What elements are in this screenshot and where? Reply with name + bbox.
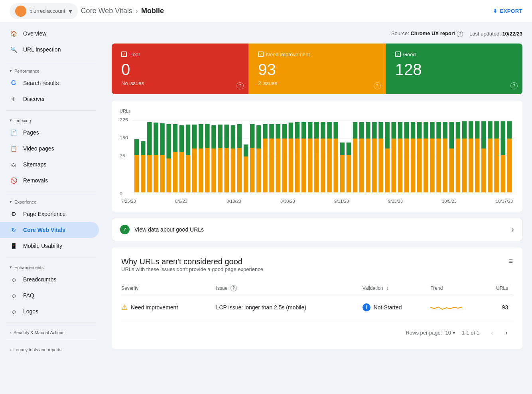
pages-icon: 📄 xyxy=(10,129,18,137)
card-help-icon[interactable]: ? xyxy=(236,82,244,89)
svg-rect-73 xyxy=(340,143,345,155)
svg-rect-125 xyxy=(507,121,512,139)
sidebar-item-sitemaps[interactable]: 🗂 Sitemaps xyxy=(0,156,99,172)
validation-label: Not Started xyxy=(374,304,402,311)
view-data-button[interactable]: ✓ View data about good URLs › xyxy=(112,218,522,241)
svg-rect-100 xyxy=(430,139,435,192)
sidebar-section-indexing[interactable]: ▾ Indexing xyxy=(0,114,102,125)
svg-rect-42 xyxy=(244,156,248,192)
urls-value: 93 xyxy=(502,304,508,311)
poor-sub: No issues xyxy=(121,80,239,86)
svg-rect-26 xyxy=(192,148,197,192)
table-row[interactable]: ⚠ Need improvement LCP issue: longer tha… xyxy=(121,295,513,320)
pagination: Rows per page: 10 ▾ 1-1 of 1 ‹ › xyxy=(121,327,513,339)
home-icon: 🏠 xyxy=(10,30,18,38)
sidebar-section-security[interactable]: › Security & Manual Actions xyxy=(0,326,102,337)
sidebar-item-pages[interactable]: 📄 Pages xyxy=(0,125,99,141)
help-icon[interactable]: ? xyxy=(231,285,237,291)
faq-icon: ◇ xyxy=(10,291,18,299)
divider xyxy=(6,61,96,61)
sidebar-section-enhancements[interactable]: ▾ Enhancements xyxy=(0,261,102,271)
issue-label: LCP issue: longer than 2.5s (mobile) xyxy=(216,304,306,311)
svg-rect-40 xyxy=(237,148,242,192)
breadcrumb-current: Mobile xyxy=(141,7,164,15)
account-selector[interactable]: blurred account ▾ xyxy=(10,3,78,19)
warning-icon: ⚠ xyxy=(121,303,128,312)
sidebar-item-url-inspection[interactable]: 🔍 URL inspection xyxy=(0,42,99,57)
svg-rect-97 xyxy=(417,122,422,139)
removals-icon: 🚫 xyxy=(10,176,18,184)
svg-rect-20 xyxy=(173,152,178,192)
sort-down-icon[interactable]: ↓ xyxy=(386,285,388,291)
page-experience-icon: ⚙ xyxy=(10,210,18,218)
pagination-nav: ‹ › xyxy=(486,327,513,339)
rows-select[interactable]: 10 ▾ xyxy=(445,330,455,336)
sidebar-item-page-experience[interactable]: ⚙ Page Experience xyxy=(0,206,99,222)
sidebar-item-core-web-vitals[interactable]: ↻ Core Web Vitals xyxy=(0,222,99,238)
svg-rect-12 xyxy=(147,155,152,192)
chart-wrap: 225 150 75 0 xyxy=(120,117,514,196)
issues-title: Why URLs aren't considered good xyxy=(121,257,263,266)
xlabel: 8/18/23 xyxy=(227,199,241,204)
svg-rect-86 xyxy=(385,148,390,192)
svg-rect-66 xyxy=(321,139,325,192)
svg-rect-19 xyxy=(166,124,171,158)
cell-issue: LCP issue: longer than 2.5s (mobile) xyxy=(216,295,363,320)
sidebar-item-label: Pages xyxy=(23,129,39,136)
sidebar-item-label: Removals xyxy=(23,177,48,184)
core-web-vitals-icon: ↻ xyxy=(10,226,18,234)
svg-rect-104 xyxy=(443,139,447,192)
sidebar-item-removals[interactable]: 🚫 Removals xyxy=(0,172,99,188)
svg-rect-30 xyxy=(205,148,210,192)
sidebar-item-search-results[interactable]: G Search results xyxy=(0,75,99,91)
sidebar-item-mobile-usability[interactable]: 📱 Mobile Usability xyxy=(0,238,99,254)
svg-rect-89 xyxy=(391,122,396,139)
svg-rect-35 xyxy=(218,125,223,148)
svg-rect-74 xyxy=(347,155,351,192)
svg-rect-24 xyxy=(186,155,191,192)
checkbox-icon: ✓ xyxy=(121,51,127,57)
sidebar-item-discover[interactable]: ✳ Discover xyxy=(0,91,99,107)
sidebar-item-overview[interactable]: 🏠 Overview xyxy=(0,26,99,42)
next-page-button[interactable]: › xyxy=(500,327,513,339)
collapse-arrow-icon: ▾ xyxy=(10,68,12,73)
svg-rect-61 xyxy=(301,122,306,139)
svg-rect-94 xyxy=(411,139,416,192)
svg-rect-113 xyxy=(469,121,473,139)
svg-rect-124 xyxy=(507,139,512,192)
svg-rect-31 xyxy=(205,124,210,148)
validation-badge: ! Not Started xyxy=(363,303,426,311)
status-card-good[interactable]: ✓ Good 128 ? xyxy=(386,44,522,94)
sidebar-item-logos[interactable]: ◇ Logos xyxy=(0,303,99,319)
svg-rect-50 xyxy=(269,139,274,192)
sidebar-section-performance[interactable]: ▾ Performance xyxy=(0,64,102,75)
sidebar-section-legacy[interactable]: › Legacy tools and reports xyxy=(0,343,102,354)
expand-arrow-icon: › xyxy=(10,347,11,352)
breadcrumb-parent[interactable]: Core Web Vitals xyxy=(81,7,132,15)
export-button[interactable]: ⬇ EXPORT xyxy=(493,8,522,14)
status-card-need[interactable]: ✓ Need improvement 93 2 issues ? xyxy=(248,44,385,94)
sidebar-item-faq[interactable]: ◇ FAQ xyxy=(0,287,99,303)
collapse-arrow-icon: ▾ xyxy=(10,199,12,204)
filter-icon[interactable]: ≡ xyxy=(508,257,513,265)
divider xyxy=(6,340,96,340)
svg-rect-120 xyxy=(494,139,499,192)
sidebar-item-video-pages[interactable]: 📋 Video pages xyxy=(0,141,99,156)
expand-arrow-icon: › xyxy=(10,330,11,335)
view-data-label: View data about good URLs xyxy=(134,226,204,233)
sidebar-item-breadcrumbs[interactable]: ◇ Breadcrumbs xyxy=(0,271,99,287)
status-cards: ✓ Poor 0 No issues ? ✓ Need improvement … xyxy=(112,44,522,94)
svg-rect-44 xyxy=(250,148,255,192)
svg-rect-52 xyxy=(276,139,280,192)
card-help-icon[interactable]: ? xyxy=(510,82,518,89)
rows-value: 10 xyxy=(445,330,451,336)
divider xyxy=(6,323,96,323)
card-help-icon[interactable]: ? xyxy=(374,82,381,89)
source-help-icon[interactable]: ? xyxy=(457,31,463,37)
prev-page-button[interactable]: ‹ xyxy=(486,327,499,339)
sidebar-section-experience[interactable]: ▾ Experience xyxy=(0,195,102,206)
export-icon: ⬇ xyxy=(493,8,498,14)
status-card-poor[interactable]: ✓ Poor 0 No issues ? xyxy=(112,44,248,94)
svg-rect-11 xyxy=(141,141,146,155)
svg-rect-33 xyxy=(211,125,216,148)
